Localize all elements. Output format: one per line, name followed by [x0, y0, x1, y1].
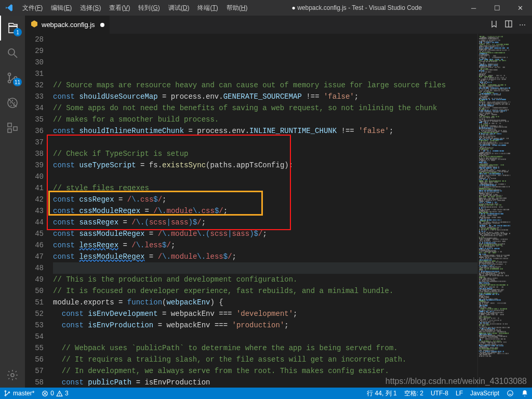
- menu-t[interactable]: 终端(T): [193, 0, 222, 16]
- code-line[interactable]: const cssRegex = /\.css$/;: [53, 194, 477, 205]
- code-line[interactable]: const sassModuleRegex = /\.module\.(scss…: [53, 228, 477, 240]
- activity-bar: 1 11: [0, 16, 25, 388]
- svg-point-13: [5, 391, 6, 392]
- code-line[interactable]: const useTypeScript = fs.existsSync(path…: [53, 159, 477, 171]
- status-problems[interactable]: 0 3: [38, 388, 72, 399]
- code-line[interactable]: const sassRegex = /\.(scss|sass)$/;: [53, 217, 477, 228]
- maximize-button[interactable]: ☐: [485, 0, 509, 16]
- code-line[interactable]: // Some apps do not need the benefits of…: [53, 102, 477, 114]
- menu-e[interactable]: 编辑(E): [47, 0, 76, 16]
- status-eol[interactable]: LF: [452, 388, 467, 399]
- explorer-badge: 1: [14, 28, 22, 36]
- status-branch[interactable]: master*: [0, 388, 38, 399]
- code-line[interactable]: // style files regexes: [53, 182, 477, 194]
- status-feedback-icon[interactable]: [503, 388, 517, 399]
- search-icon[interactable]: [0, 41, 25, 65]
- javascript-file-icon: [30, 20, 38, 30]
- dirty-indicator-icon: [100, 23, 104, 27]
- tab-label: webpack.config.js: [42, 21, 95, 29]
- code-content[interactable]: // Source maps are resource heavy and ca…: [53, 34, 477, 388]
- code-line[interactable]: [53, 331, 477, 342]
- compare-changes-icon[interactable]: [490, 20, 498, 30]
- titlebar: 文件(F)编辑(E)选择(S)查看(V)转到(G)调试(D)终端(T)帮助(H)…: [0, 0, 532, 16]
- menu-f[interactable]: 文件(F): [18, 0, 47, 16]
- status-bar: master* 0 3 行 44, 列 1 空格: 2 UTF-8 LF Jav…: [0, 388, 532, 399]
- extensions-icon[interactable]: [0, 115, 25, 140]
- vscode-logo-icon: [0, 4, 18, 12]
- code-line[interactable]: const isEnvDevelopment = webpackEnv === …: [53, 308, 477, 320]
- svg-point-3: [8, 81, 11, 83]
- code-line[interactable]: // Webpack uses `publicPath` to determin…: [53, 342, 477, 354]
- code-line[interactable]: const cssModuleRegex = /\.module\.css$/;: [53, 205, 477, 217]
- source-control-icon[interactable]: 11: [0, 65, 25, 90]
- status-cursor[interactable]: 行 44, 列 1: [363, 388, 400, 399]
- svg-point-14: [5, 395, 6, 396]
- code-line[interactable]: const isEnvProduction = webpackEnv === '…: [53, 320, 477, 331]
- svg-point-21: [508, 391, 513, 396]
- menu-h[interactable]: 帮助(H): [222, 0, 252, 16]
- code-line[interactable]: // Check if TypeScript is setup: [53, 148, 477, 159]
- minimap[interactable]: ███ █ ███ █ █ █ █ █ █ █ █ █ █ ██ █ █████…: [477, 34, 532, 388]
- tab-webpack-config[interactable]: webpack.config.js: [25, 16, 110, 34]
- code-line[interactable]: module.exports = function(webpackEnv) {: [53, 297, 477, 308]
- more-actions-icon[interactable]: ⋯: [519, 21, 526, 29]
- split-editor-icon[interactable]: [504, 20, 513, 30]
- code-line[interactable]: // It is focused on developer experience…: [53, 285, 477, 297]
- menu-v[interactable]: 查看(V): [105, 0, 134, 16]
- menu-bar: 文件(F)编辑(E)选择(S)查看(V)转到(G)调试(D)终端(T)帮助(H): [18, 0, 251, 16]
- code-line[interactable]: const lessRegex = /\.less$/;: [53, 240, 477, 251]
- close-button[interactable]: ✕: [509, 0, 532, 16]
- scm-badge: 11: [13, 78, 22, 86]
- window-title: ● webpack.config.js - Test - Visual Stud…: [251, 4, 462, 11]
- code-line[interactable]: // makes for a smoother build process.: [53, 114, 477, 125]
- menu-d[interactable]: 调试(D): [164, 0, 194, 16]
- code-line[interactable]: [53, 137, 477, 148]
- status-spaces[interactable]: 空格: 2: [401, 388, 427, 399]
- svg-line-1: [14, 55, 17, 58]
- editor-area: webpack.config.js ⋯ 28293031323334353637…: [25, 16, 532, 388]
- svg-point-15: [8, 392, 9, 393]
- code-line[interactable]: const lessModuleRegex = /\.module\.less$…: [53, 251, 477, 262]
- window-controls: ─ ☐ ✕: [462, 0, 532, 16]
- svg-point-20: [59, 395, 60, 395]
- status-notifications-icon[interactable]: [517, 388, 532, 399]
- debug-icon[interactable]: [0, 90, 25, 115]
- code-line[interactable]: const shouldInlineRuntimeChunk = process…: [53, 125, 477, 137]
- tabs-row: webpack.config.js ⋯: [25, 16, 532, 34]
- svg-point-0: [8, 49, 15, 55]
- code-line[interactable]: [53, 171, 477, 182]
- code-editor[interactable]: 2829303132333435363738394041424344454647…: [25, 34, 477, 388]
- code-line[interactable]: const shouldUseSourceMap = process.env.G…: [53, 91, 477, 102]
- explorer-icon[interactable]: 1: [0, 16, 25, 41]
- line-gutter: 2829303132333435363738394041424344454647…: [25, 34, 53, 388]
- code-line[interactable]: // Source maps are resource heavy and ca…: [53, 79, 477, 91]
- settings-gear-icon[interactable]: [0, 363, 25, 388]
- watermark: https://blog.csdn.net/weixin_43103088: [385, 377, 527, 386]
- code-line[interactable]: [53, 262, 477, 274]
- menu-s[interactable]: 选择(S): [76, 0, 105, 16]
- code-line[interactable]: // In development, we always serve from …: [53, 365, 477, 377]
- minimize-button[interactable]: ─: [462, 0, 485, 16]
- code-line[interactable]: // It requires a trailing slash, or the …: [53, 354, 477, 365]
- status-encoding[interactable]: UTF-8: [427, 388, 452, 399]
- code-line[interactable]: // This is the production and developmen…: [53, 274, 477, 285]
- svg-rect-7: [8, 123, 11, 127]
- menu-g[interactable]: 转到(G): [134, 0, 164, 16]
- svg-rect-8: [8, 129, 11, 132]
- status-language[interactable]: JavaScript: [467, 388, 503, 399]
- svg-rect-9: [14, 127, 17, 130]
- svg-point-2: [8, 73, 11, 76]
- svg-point-10: [11, 374, 14, 377]
